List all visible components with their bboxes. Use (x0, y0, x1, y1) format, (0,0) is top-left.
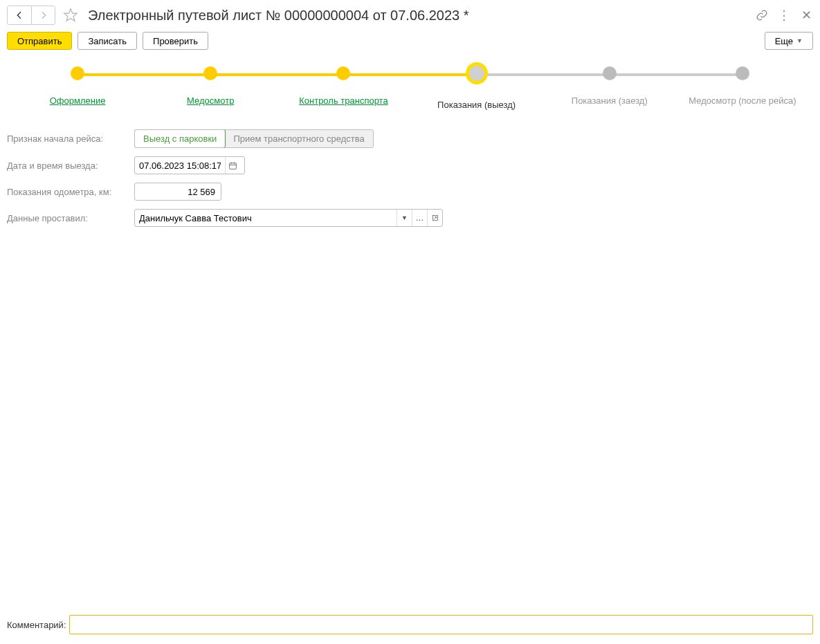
step-registration[interactable]: Оформление (50, 95, 106, 106)
step-dot-6 (736, 66, 749, 80)
link-icon[interactable] (755, 8, 769, 22)
stepper: Оформление Медосмотр Контроль транспорта… (0, 58, 820, 116)
trip-start-receive[interactable]: Прием транспортного средства (225, 130, 372, 147)
comment-label: Комментарий: (7, 620, 66, 630)
step-dot-1 (71, 66, 84, 80)
odometer-input[interactable] (135, 183, 221, 200)
open-icon[interactable] (427, 210, 442, 226)
step-transport-control[interactable]: Контроль транспорта (299, 95, 388, 106)
more-button-label: Еще (775, 36, 793, 46)
chevron-down-icon: ▼ (796, 37, 803, 44)
step-dot-2 (203, 66, 217, 80)
trip-start-parking[interactable]: Выезд с парковки (134, 129, 226, 148)
person-input[interactable] (135, 210, 397, 226)
trip-start-label: Признак начала рейса: (7, 134, 134, 144)
page-title: Электронный путевой лист № 00000000004 о… (88, 8, 751, 24)
datetime-input-wrap (134, 156, 245, 174)
dropdown-icon[interactable]: ▼ (397, 210, 412, 226)
person-label: Данные проставил: (7, 213, 134, 223)
trip-start-toggle: Выезд с парковки Прием транспортного сре… (134, 129, 374, 148)
save-button[interactable]: Записать (78, 32, 137, 50)
favorite-star-icon[interactable] (62, 6, 80, 24)
step-medical-after: Медосмотр (после рейса) (689, 95, 796, 106)
step-dot-3 (336, 66, 350, 80)
nav-back-button[interactable] (8, 6, 31, 24)
step-readings-in: Показания (заезд) (572, 95, 648, 106)
more-button[interactable]: Еще ▼ (765, 32, 813, 50)
send-button[interactable]: Отправить (7, 32, 72, 50)
svg-rect-1 (230, 163, 237, 169)
step-medical[interactable]: Медосмотр (187, 95, 234, 106)
nav-forward-button[interactable] (31, 6, 55, 24)
step-readings-out: Показания (выезд) (437, 100, 516, 110)
close-icon[interactable]: ✕ (799, 8, 813, 22)
ellipsis-icon[interactable]: … (412, 210, 427, 226)
datetime-label: Дата и время выезда: (7, 160, 134, 171)
step-dot-4 (466, 62, 488, 84)
svg-marker-0 (64, 9, 77, 21)
nav-history-group (7, 6, 55, 25)
comment-input[interactable] (69, 615, 814, 634)
person-input-wrap: ▼ … (134, 209, 443, 227)
datetime-input[interactable] (135, 157, 225, 174)
calendar-icon[interactable] (225, 157, 240, 174)
check-button[interactable]: Проверить (143, 32, 208, 50)
odometer-input-wrap (134, 183, 221, 201)
step-dot-5 (603, 66, 617, 80)
odometer-label: Показания одометра, км: (7, 187, 134, 197)
kebab-menu-icon[interactable]: ⋮ (777, 8, 791, 22)
